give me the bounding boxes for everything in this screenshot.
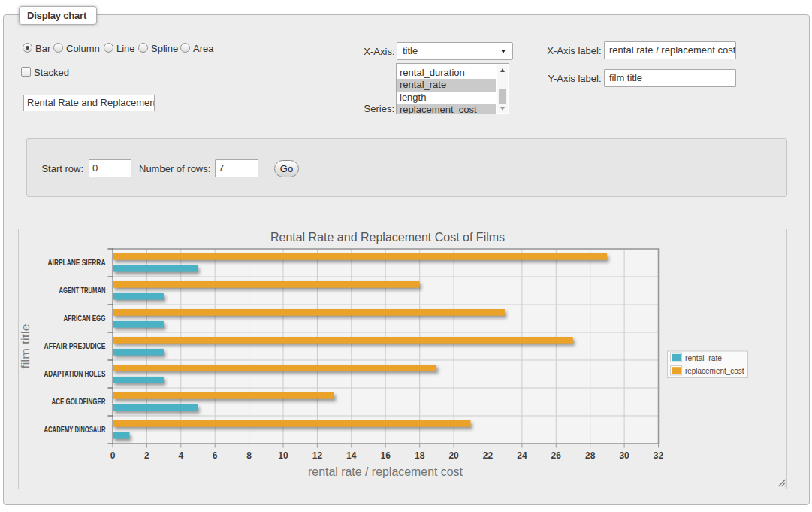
svg-text:28: 28 [585, 450, 596, 461]
svg-text:32: 32 [654, 450, 664, 461]
svg-text:12: 12 [312, 450, 323, 461]
svg-text:ACE GOLDFINGER: ACE GOLDFINGER [52, 398, 107, 406]
svg-text:18: 18 [415, 450, 425, 461]
svg-text:4: 4 [178, 450, 183, 461]
svg-text:6: 6 [213, 450, 218, 461]
svg-text:10: 10 [278, 450, 288, 461]
svg-text:AGENT TRUMAN: AGENT TRUMAN [59, 286, 106, 295]
svg-text:14: 14 [346, 450, 357, 461]
svg-text:24: 24 [517, 450, 527, 461]
svg-text:ACADEMY DINOSAUR: ACADEMY DINOSAUR [44, 426, 107, 434]
svg-text:Rental Rate and Replacement Co: Rental Rate and Replacement Cost of Film… [270, 231, 505, 244]
svg-text:AFRICAN EGG: AFRICAN EGG [64, 314, 106, 323]
svg-text:AIRPLANE SIERRA: AIRPLANE SIERRA [48, 259, 106, 267]
svg-text:rental_rate: rental_rate [685, 353, 722, 362]
svg-text:2: 2 [144, 450, 149, 461]
svg-text:0: 0 [110, 450, 116, 461]
svg-text:replacement_cost: replacement_cost [685, 366, 744, 375]
svg-text:30: 30 [619, 450, 629, 461]
svg-text:26: 26 [551, 450, 562, 461]
svg-text:film title: film title [20, 323, 32, 368]
svg-text:8: 8 [246, 450, 252, 461]
svg-text:22: 22 [483, 450, 494, 461]
svg-text:20: 20 [448, 450, 459, 461]
svg-text:rental rate / replacement cost: rental rate / replacement cost [308, 465, 463, 479]
svg-text:AFFAIR PREJUDICE: AFFAIR PREJUDICE [44, 342, 106, 350]
svg-text:16: 16 [381, 450, 391, 461]
svg-text:ADAPTATION HOLES: ADAPTATION HOLES [44, 370, 106, 378]
